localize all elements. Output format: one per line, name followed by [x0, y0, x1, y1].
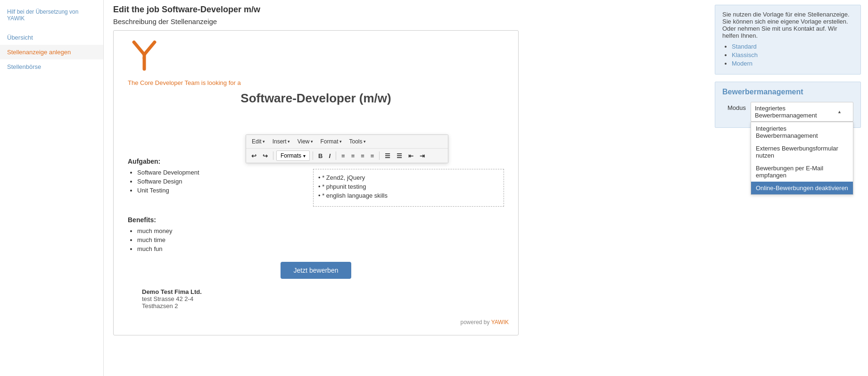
- bewerbung-box: Bewerbermanagement Modus Integriertes Be…: [715, 82, 861, 128]
- company-name: Demo Test Fima Ltd.: [142, 288, 504, 295]
- toolbar-bold-button[interactable]: B: [316, 151, 325, 161]
- toolbar-align-center[interactable]: ≡: [349, 151, 357, 161]
- modus-row: Modus Integriertes Bewerbermanagement In…: [722, 102, 853, 122]
- aufgaben-left-col: Software Development Software Design Uni…: [128, 169, 308, 207]
- modus-label: Modus: [722, 102, 746, 111]
- modus-selected-value: Integriertes Bewerbermanagement: [755, 105, 834, 119]
- list-item: * Zend2, jQuery: [318, 174, 499, 181]
- toolbar-edit-menu[interactable]: Edit ▾: [249, 137, 268, 146]
- svg-text:✦: ✦: [141, 55, 146, 61]
- toolbar-separator-1: [273, 151, 273, 160]
- toolbar-align-justify[interactable]: ≡: [368, 151, 377, 161]
- editor-tagline: The Core Developer Team is looking for a: [114, 79, 518, 86]
- apply-btn-wrapper: Jetzt bewerben: [128, 262, 504, 279]
- editor-logo-area: ✦ ✦: [114, 31, 518, 79]
- toolbar-num-list[interactable]: ☰: [394, 151, 405, 161]
- toolbar-menu-row: Edit ▾ Insert ▾ View ▾ Format ▾ Tools ▾: [246, 135, 448, 149]
- dropdown-item-1[interactable]: Externes Bewerbungsformular nutzen: [751, 142, 853, 162]
- dropdown-item-2[interactable]: Bewerbungen per E-Mail empfangen: [751, 162, 853, 182]
- company-address1: test Strasse 42 2-4: [142, 295, 504, 302]
- info-box: Sie nutzen die Vorlage für eine Stellena…: [715, 5, 861, 75]
- company-address2: Testhazsen 2: [142, 302, 504, 309]
- aufgaben-columns: Software Development Software Design Uni…: [128, 169, 504, 207]
- list-item: much money: [137, 227, 504, 234]
- toolbar-separator-3: [336, 151, 336, 160]
- list-item: Software Development: [137, 169, 308, 176]
- svg-line-1: [144, 42, 155, 54]
- dropdown-item-3[interactable]: Online-Bewerbungen deaktivieren: [751, 182, 853, 194]
- aufgaben-section: Aufgaben: Software Development Software …: [128, 158, 504, 207]
- toolbar-tools-menu[interactable]: Tools ▾: [347, 137, 369, 146]
- benefits-section: Benefits: much money much time much fun: [128, 216, 504, 252]
- template-standard-link[interactable]: Standard: [732, 43, 757, 50]
- list-item: Software Design: [137, 178, 308, 185]
- template-link-modern: Modern: [732, 60, 853, 67]
- page-title: Edit the job Software-Developer m/w: [113, 5, 698, 15]
- svg-text:✦: ✦: [137, 46, 140, 50]
- editor-content: Aufgaben: Software Development Software …: [114, 158, 518, 309]
- toolbar-bullet-list[interactable]: ☰: [382, 151, 393, 161]
- toolbar-separator-2: [313, 151, 313, 160]
- toolbar-undo-button[interactable]: ↩: [249, 151, 259, 161]
- template-link-standard: Standard: [732, 43, 853, 50]
- toolbar-indent[interactable]: ⇥: [417, 151, 427, 161]
- aufgaben-list: Software Development Software Design Uni…: [128, 169, 308, 194]
- sidebar-item-stellenanzeige[interactable]: Stellenanzeige anlegen: [0, 45, 103, 59]
- editor-toolbar: Edit ▾ Insert ▾ View ▾ Format ▾ Tools ▾ …: [246, 134, 448, 163]
- benefits-label: Benefits:: [128, 216, 504, 224]
- section-title: Beschreibung der Stellenanzeige: [113, 17, 698, 25]
- toolbar-italic-button[interactable]: I: [326, 151, 333, 161]
- list-item: Unit Testing: [137, 187, 308, 194]
- toolbar-redo-button[interactable]: ↪: [260, 151, 270, 161]
- powered-by: powered by YAWIK: [114, 319, 518, 326]
- template-links-list: Standard Klassisch Modern: [722, 43, 853, 67]
- toolbar-outdent[interactable]: ⇤: [406, 151, 416, 161]
- list-item: * phpunit testing: [318, 183, 499, 190]
- info-text: Sie nutzen die Vorlage für eine Stellena…: [722, 11, 853, 39]
- list-item: much time: [137, 236, 504, 243]
- apply-button[interactable]: Jetzt bewerben: [281, 262, 352, 279]
- right-panel: Sie nutzen die Vorlage für eine Stellena…: [708, 0, 868, 376]
- sidebar-top-link[interactable]: Hilf bei der Übersetzung von YAWIK: [0, 5, 103, 25]
- job-title-display: Software-Developer (m/w): [114, 91, 518, 106]
- toolbar-align-right[interactable]: ≡: [358, 151, 367, 161]
- benefits-list: much money much time much fun: [128, 227, 504, 252]
- template-klassisch-link[interactable]: Klassisch: [732, 51, 758, 58]
- company-info: Demo Test Fima Ltd. test Strasse 42 2-4 …: [128, 288, 504, 309]
- toolbar-format-row: ↩ ↪ Formats B I ≡ ≡ ≡ ≡ ☰ ☰ ⇤ ⇥: [246, 149, 448, 163]
- requirements-col: * Zend2, jQuery * phpunit testing * engl…: [313, 169, 504, 207]
- sidebar: Hilf bei der Übersetzung von YAWIK Übers…: [0, 0, 104, 376]
- list-item: much fun: [137, 245, 504, 252]
- sidebar-item-ubersicht[interactable]: Übersicht: [0, 30, 103, 45]
- modus-select-display[interactable]: Integriertes Bewerbermanagement: [751, 102, 853, 122]
- requirements-list: * Zend2, jQuery * phpunit testing * engl…: [318, 174, 499, 199]
- toolbar-insert-menu[interactable]: Insert ▾: [270, 137, 293, 146]
- editor-wrapper: ✦ ✦ The Core Developer Team is looking f…: [113, 30, 519, 335]
- toolbar-format-menu[interactable]: Format ▾: [318, 137, 345, 146]
- yawik-logo-icon: ✦ ✦: [128, 40, 161, 73]
- bewerbung-title: Bewerbermanagement: [722, 88, 853, 96]
- toolbar-separator-4: [379, 151, 380, 160]
- toolbar-align-left[interactable]: ≡: [339, 151, 347, 161]
- sidebar-item-stellenborse[interactable]: Stellenbörse: [0, 59, 103, 74]
- modus-select-wrapper: Integriertes Bewerbermanagement Integrie…: [751, 102, 853, 122]
- toolbar-formats-dropdown[interactable]: Formats: [276, 150, 310, 161]
- toolbar-view-menu[interactable]: View ▾: [295, 137, 316, 146]
- yawik-link[interactable]: YAWIK: [491, 319, 509, 326]
- list-item: * english language skills: [318, 192, 499, 199]
- dropdown-item-0[interactable]: Integriertes Bewerbermanagement: [751, 122, 853, 142]
- template-modern-link[interactable]: Modern: [732, 60, 752, 67]
- modus-dropdown-list: Integriertes Bewerbermanagement Externes…: [751, 122, 853, 195]
- main-content: Edit the job Software-Developer m/w Besc…: [104, 0, 708, 376]
- template-link-klassisch: Klassisch: [732, 51, 853, 58]
